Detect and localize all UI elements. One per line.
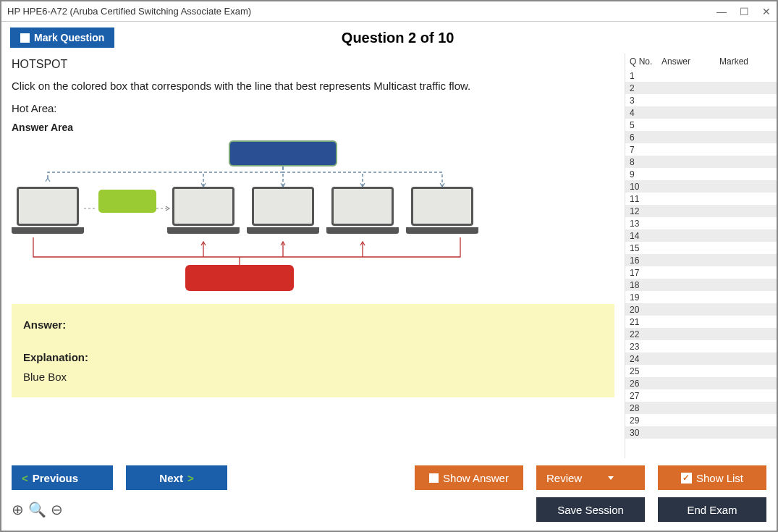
sidebar-row[interactable]: 7 <box>625 143 777 156</box>
sidebar-row[interactable]: 9 <box>625 168 777 180</box>
sidebar-row[interactable]: 22 <box>625 328 777 340</box>
laptop-icon <box>167 187 240 237</box>
header-row: Mark Question Question 2 of 10 <box>1 22 777 54</box>
sidebar-header: Q No. Answer Marked <box>625 54 777 69</box>
sidebar-row[interactable]: 16 <box>625 254 777 266</box>
row-qno: 27 <box>630 391 661 401</box>
sidebar-row[interactable]: 25 <box>625 365 777 377</box>
end-exam-button[interactable]: End Exam <box>658 497 766 522</box>
sidebar-row[interactable]: 13 <box>625 217 777 229</box>
chevron-down-icon <box>608 476 614 480</box>
sidebar-row[interactable]: 21 <box>625 316 777 328</box>
sidebar-row[interactable]: 20 <box>625 303 777 316</box>
show-list-label: Show List <box>696 472 743 484</box>
row-qno: 2 <box>630 83 661 93</box>
row-qno: 29 <box>630 415 661 426</box>
chevron-left-icon: < <box>22 472 28 484</box>
question-title: Question 2 of 10 <box>28 30 768 46</box>
row-qno: 21 <box>630 317 661 327</box>
row-qno: 30 <box>630 428 661 438</box>
row-qno: 22 <box>630 329 661 339</box>
button-row-1: < Previous Next > Show Answer Review ✓ S… <box>12 465 766 490</box>
sidebar-row[interactable]: 23 <box>625 340 777 352</box>
green-box[interactable] <box>98 190 156 213</box>
row-qno: 19 <box>630 292 661 303</box>
maximize-icon[interactable]: ☐ <box>740 6 749 17</box>
sidebar-row[interactable]: 2 <box>625 82 777 94</box>
zoom-out-icon[interactable]: ⊖ <box>51 501 63 518</box>
sidebar-row[interactable]: 11 <box>625 193 777 205</box>
row-qno: 18 <box>630 280 661 290</box>
window-controls: — ☐ ✕ <box>716 6 771 17</box>
sidebar-row[interactable]: 1 <box>625 69 777 82</box>
zoom-in-icon[interactable]: ⊕ <box>12 501 24 518</box>
answer-label: Answer: <box>23 318 603 331</box>
sidebar-row[interactable]: 3 <box>625 94 777 106</box>
row-qno: 1 <box>630 71 661 81</box>
row-qno: 20 <box>630 305 661 315</box>
sidebar-row[interactable]: 26 <box>625 377 777 389</box>
review-button[interactable]: Review <box>536 465 645 490</box>
sidebar-row[interactable]: 18 <box>625 279 777 291</box>
diagram <box>12 138 482 297</box>
col-marked: Marked <box>719 56 748 67</box>
show-answer-button[interactable]: Show Answer <box>415 465 523 490</box>
blue-box[interactable] <box>229 140 337 166</box>
sidebar-row[interactable]: 27 <box>625 389 777 402</box>
col-answer: Answer <box>661 56 719 67</box>
sidebar-row[interactable]: 28 <box>625 402 777 414</box>
question-list-sidebar[interactable]: Q No. Answer Marked 12345678910111213141… <box>625 54 777 458</box>
hotspot-label: HOTSPOT <box>12 58 614 71</box>
sidebar-row[interactable]: 6 <box>625 131 777 143</box>
instruction-text: Click on the colored box that correspond… <box>12 80 614 92</box>
sidebar-row[interactable]: 19 <box>625 291 777 303</box>
app-window: HP HPE6-A72 (Aruba Certified Switching A… <box>0 0 778 532</box>
question-content: HOTSPOT Click on the colored box that co… <box>1 54 625 458</box>
next-label: Next <box>159 472 183 484</box>
laptop-icon <box>406 187 478 237</box>
check-icon: ✓ <box>681 473 692 484</box>
button-row-2: ⊕ 🔍 ⊖ Save Session End Exam <box>12 497 766 522</box>
sidebar-row[interactable]: 14 <box>625 229 777 242</box>
row-qno: 13 <box>630 219 661 229</box>
laptop-icon <box>326 187 399 237</box>
row-qno: 10 <box>630 182 661 192</box>
row-qno: 28 <box>630 403 661 413</box>
show-list-button[interactable]: ✓ Show List <box>658 465 766 490</box>
close-icon[interactable]: ✕ <box>762 6 771 17</box>
sidebar-row[interactable]: 17 <box>625 266 777 279</box>
zoom-controls: ⊕ 🔍 ⊖ <box>12 501 63 518</box>
row-qno: 14 <box>630 231 661 241</box>
sidebar-row[interactable]: 24 <box>625 352 777 365</box>
previous-button[interactable]: < Previous <box>12 465 113 490</box>
red-box[interactable] <box>185 265 294 291</box>
row-qno: 7 <box>630 145 661 155</box>
row-qno: 4 <box>630 108 661 118</box>
sidebar-row[interactable]: 5 <box>625 119 777 131</box>
laptop-icon <box>12 187 84 237</box>
row-qno: 3 <box>630 96 661 106</box>
row-qno: 17 <box>630 268 661 278</box>
save-session-button[interactable]: Save Session <box>536 497 645 522</box>
sidebar-row[interactable]: 30 <box>625 426 777 439</box>
footer: < Previous Next > Show Answer Review ✓ S… <box>1 458 777 531</box>
row-qno: 6 <box>630 132 661 143</box>
next-button[interactable]: Next > <box>126 465 227 490</box>
explanation-text: Blue Box <box>23 371 603 383</box>
hot-area-label: Hot Area: <box>12 102 614 114</box>
titlebar: HP HPE6-A72 (Aruba Certified Switching A… <box>1 1 777 22</box>
sidebar-row[interactable]: 8 <box>625 156 777 168</box>
row-qno: 25 <box>630 366 661 376</box>
sidebar-row[interactable]: 12 <box>625 205 777 217</box>
sidebar-row[interactable]: 10 <box>625 180 777 193</box>
zoom-reset-icon[interactable]: 🔍 <box>28 501 46 518</box>
window-title: HP HPE6-A72 (Aruba Certified Switching A… <box>7 6 251 17</box>
minimize-icon[interactable]: — <box>716 6 727 17</box>
row-qno: 26 <box>630 379 661 389</box>
row-qno: 8 <box>630 157 661 167</box>
save-session-label: Save Session <box>557 504 624 516</box>
review-label: Review <box>546 472 582 484</box>
sidebar-row[interactable]: 15 <box>625 242 777 254</box>
sidebar-row[interactable]: 29 <box>625 414 777 426</box>
sidebar-row[interactable]: 4 <box>625 106 777 119</box>
